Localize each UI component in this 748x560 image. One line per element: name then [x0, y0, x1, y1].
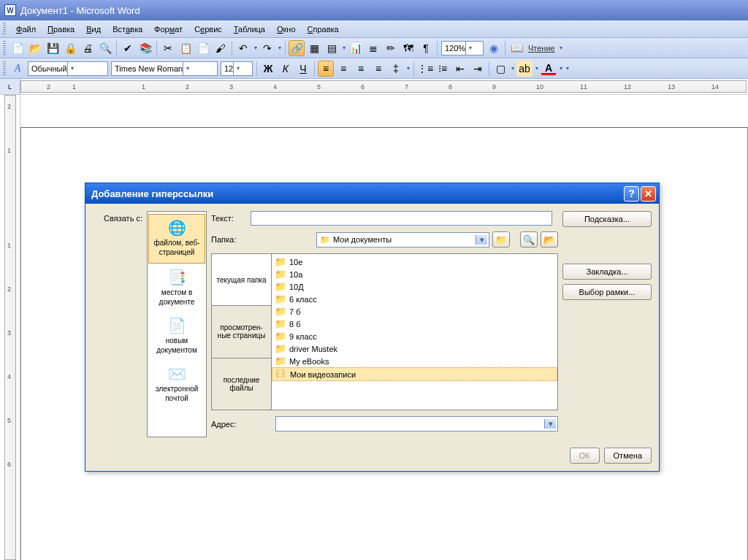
link-to-place[interactable]: 📑 местом в документе: [148, 264, 206, 312]
highlight-icon[interactable]: ab: [516, 61, 533, 77]
toolbar-options[interactable]: ▾: [564, 65, 570, 72]
list-item[interactable]: 📁10а: [272, 268, 557, 280]
copy-icon[interactable]: 📋: [178, 40, 194, 56]
italic-icon[interactable]: К: [278, 61, 294, 77]
columns-icon[interactable]: ≣: [365, 40, 381, 56]
toolbar-options[interactable]: ▾: [558, 45, 565, 51]
display-text-input[interactable]: [251, 211, 552, 226]
file-list[interactable]: 📁10е 📁10а 📁10Д 📁6 класс 📁7 б 📁8 б 📁9 кла…: [271, 253, 558, 410]
tables-borders-icon[interactable]: ▦: [306, 40, 322, 56]
dialog-help-button[interactable]: ?: [624, 186, 639, 202]
line-spacing-icon[interactable]: ‡: [388, 61, 404, 77]
dialog-close-button[interactable]: ✕: [641, 186, 656, 202]
list-item[interactable]: 📁My eBooks: [272, 355, 557, 367]
outdent-icon[interactable]: ⇤: [452, 61, 468, 77]
font-color-icon[interactable]: A: [541, 61, 557, 75]
align-justify-icon[interactable]: ≡: [370, 61, 386, 77]
list-item[interactable]: 📁7 б: [272, 305, 557, 318]
cut-icon[interactable]: ✂: [160, 40, 176, 56]
up-folder-button[interactable]: 📁: [492, 231, 510, 248]
open-icon[interactable]: 📂: [27, 40, 43, 56]
link-to-new-doc[interactable]: 📄 новым документом: [148, 312, 206, 361]
borders-icon[interactable]: ▢: [492, 61, 508, 77]
menu-file[interactable]: Файл: [10, 23, 42, 35]
toolbar-grip[interactable]: [3, 61, 6, 76]
folder-dropdown[interactable]: ▾: [476, 235, 487, 245]
cancel-button[interactable]: Отмена: [604, 448, 652, 464]
save-icon[interactable]: 💾: [45, 40, 61, 56]
spacing-dropdown[interactable]: ▾: [405, 65, 411, 72]
vertical-ruler[interactable]: 2 1 1 2 3 4 5 6: [0, 95, 20, 560]
browse-file-button[interactable]: 📂: [541, 231, 558, 248]
tab-browsed-pages[interactable]: просмотрен-ные страницы: [212, 306, 271, 358]
format-painter-icon[interactable]: 🖌: [213, 40, 229, 56]
ok-button[interactable]: ОК: [570, 448, 600, 464]
print-icon[interactable]: 🖨: [80, 40, 96, 56]
menu-edit[interactable]: Правка: [42, 23, 80, 35]
menu-insert[interactable]: Вставка: [107, 23, 148, 35]
show-marks-icon[interactable]: ¶: [418, 40, 434, 56]
menu-window[interactable]: Окно: [271, 23, 302, 35]
underline-icon[interactable]: Ч: [295, 61, 311, 77]
highlight-dropdown[interactable]: ▾: [533, 65, 540, 72]
style-combo[interactable]: Обычный: [28, 61, 108, 76]
menu-view[interactable]: Вид: [80, 23, 107, 35]
size-combo[interactable]: 12: [221, 61, 253, 76]
align-center-icon[interactable]: ≡: [335, 61, 351, 77]
font-dropdown[interactable]: [183, 62, 192, 75]
indent-icon[interactable]: ⇥: [470, 61, 486, 77]
tab-current-folder[interactable]: текущая папка: [212, 254, 271, 306]
menu-help[interactable]: Справка: [302, 23, 345, 35]
read-mode-label[interactable]: Чтение: [525, 44, 558, 53]
redo-dropdown[interactable]: ▾: [276, 45, 283, 51]
browse-web-button[interactable]: 🔍: [520, 231, 538, 248]
borders-dropdown[interactable]: ▾: [509, 65, 516, 72]
list-item[interactable]: 📁6 класс: [272, 293, 557, 305]
align-left-icon[interactable]: ≡: [318, 61, 334, 77]
redo-icon[interactable]: ↷: [259, 40, 275, 56]
size-dropdown[interactable]: [233, 62, 243, 75]
styles-pane-icon[interactable]: A: [9, 61, 26, 77]
permission-icon[interactable]: 🔒: [62, 40, 78, 56]
tab-recent-files[interactable]: последние файлы: [212, 358, 271, 410]
new-doc-icon[interactable]: 📄: [9, 40, 26, 56]
dialog-titlebar[interactable]: Добавление гиперссылки ? ✕: [85, 183, 659, 204]
font-combo[interactable]: Times New Roman: [111, 61, 218, 76]
bullet-list-icon[interactable]: ⁝≡: [435, 61, 451, 77]
spell-check-icon[interactable]: ✔: [120, 40, 136, 56]
align-right-icon[interactable]: ≡: [353, 61, 369, 77]
list-item[interactable]: 📁8 б: [272, 318, 557, 330]
zoom-combo[interactable]: 120%: [441, 41, 484, 55]
ruler-corner[interactable]: L: [0, 79, 20, 94]
menu-tools[interactable]: Сервис: [188, 23, 228, 35]
list-item[interactable]: 📁driver Mustek: [272, 342, 557, 355]
bookmark-button[interactable]: Закладка...: [562, 264, 652, 280]
undo-dropdown[interactable]: ▾: [252, 45, 259, 51]
hyperlink-icon[interactable]: 🔗: [289, 40, 305, 56]
drawing-icon[interactable]: ✏: [383, 40, 399, 56]
address-combo[interactable]: ▾: [275, 416, 558, 431]
bold-icon[interactable]: Ж: [260, 61, 276, 77]
list-item[interactable]: 🎞Мои видеозаписи: [272, 367, 557, 381]
toolbar-grip[interactable]: [3, 41, 6, 55]
color-dropdown[interactable]: ▾: [557, 65, 564, 72]
look-in-combo[interactable]: 📁 Мои документы ▾: [316, 232, 489, 248]
print-preview-icon[interactable]: 🔍: [97, 40, 113, 56]
numbered-list-icon[interactable]: ⋮≡: [417, 61, 433, 77]
table-dropdown[interactable]: ▾: [340, 45, 347, 51]
research-icon[interactable]: 📚: [137, 40, 153, 56]
menu-format[interactable]: Формат: [148, 23, 188, 35]
style-dropdown[interactable]: [67, 62, 77, 75]
help-icon[interactable]: ◉: [486, 40, 502, 56]
list-item[interactable]: 📁10Д: [272, 280, 557, 293]
excel-icon[interactable]: 📊: [348, 40, 364, 56]
list-item[interactable]: 📁9 класс: [272, 330, 557, 342]
doc-map-icon[interactable]: 🗺: [400, 40, 416, 56]
target-frame-button[interactable]: Выбор рамки...: [562, 284, 652, 300]
screentip-button[interactable]: Подсказка...: [562, 211, 652, 227]
link-to-file-web[interactable]: 🌐 файлом, веб-страницей: [148, 214, 205, 264]
insert-table-icon[interactable]: ▤: [324, 40, 340, 56]
horizontal-ruler[interactable]: 2 1 1 2 3 4 5 6 7 8 9 10 11 12 13 14 15: [20, 80, 747, 93]
undo-icon[interactable]: ↶: [235, 40, 251, 56]
address-dropdown[interactable]: ▾: [544, 419, 556, 429]
